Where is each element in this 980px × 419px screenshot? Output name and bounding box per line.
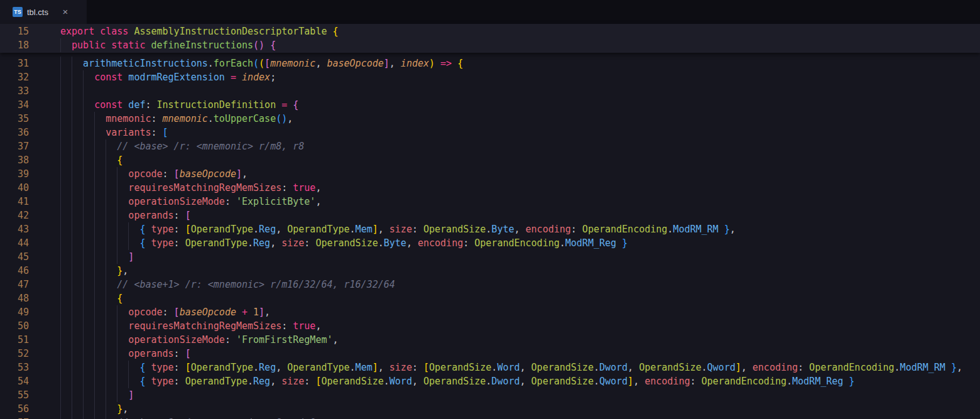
token-b1: )	[429, 58, 435, 69]
token-punc: .	[594, 362, 599, 373]
token-pln	[236, 72, 242, 83]
token-b3: (	[276, 113, 281, 124]
code-text: arithmeticInstructions.forEach(([mnemoni…	[60, 57, 463, 70]
code-line[interactable]: 15export class AssemblyInstructionDescri…	[0, 24, 980, 38]
token-pln	[231, 334, 236, 346]
token-prop: requiresMatchingRegMemSizes	[128, 320, 281, 332]
token-punc: :	[225, 334, 231, 346]
code-line[interactable]: 34const def: InstructionDefinition = {	[0, 98, 980, 112]
indent-guides	[60, 98, 94, 112]
token-punc: :	[151, 113, 156, 124]
close-tab-icon[interactable]: ×	[60, 6, 71, 18]
token-type: OperandType	[191, 224, 253, 235]
code-text: variants: [	[60, 126, 168, 139]
token-type: OperandSize	[315, 237, 378, 249]
line-number: 35	[0, 112, 29, 126]
code-text: public static defineInstructions() {	[60, 38, 276, 52]
code-text: opcode: [baseOpcode + 1],	[60, 305, 270, 319]
token-b3: }	[724, 224, 730, 235]
token-param: baseOpcode	[327, 58, 383, 69]
token-pln	[180, 362, 185, 373]
line-number: 44	[0, 236, 29, 250]
code-line[interactable]: 57// <base+2> /r: <mnemonic> r8, r/m8	[0, 416, 980, 419]
tab-tbl-cts[interactable]: TS tbl.cts ×	[0, 0, 87, 24]
token-pln	[276, 99, 281, 111]
sticky-scroll[interactable]: 15export class AssemblyInstructionDescri…	[0, 24, 980, 53]
token-prop: opcode	[128, 307, 162, 318]
token-punc: ,	[514, 224, 520, 235]
token-b2: ]	[128, 251, 134, 263]
token-punc: ,	[315, 196, 321, 207]
code-line[interactable]: 44{ type: OperandType.Reg, size: Operand…	[0, 236, 980, 250]
line-number: 41	[0, 195, 29, 209]
code-line[interactable]: 38{	[0, 153, 980, 167]
code-line[interactable]: 46},	[0, 264, 980, 278]
code-line[interactable]: 55]	[0, 388, 980, 402]
code-line[interactable]: 54{ type: OperandType.Reg, size: [Operan…	[0, 374, 980, 388]
code-text: { type: [OperandType.Reg, OperandType.Me…	[60, 222, 736, 236]
token-b3: [	[163, 127, 168, 138]
token-pln	[384, 224, 389, 235]
code-line[interactable]: 35mnemonic: mnemonic.toUpperCase(),	[0, 112, 980, 126]
token-prop: type	[151, 376, 173, 387]
token-param: baseOpcode	[180, 307, 236, 318]
token-pln	[452, 58, 457, 69]
code-line[interactable]: 52operands: [	[0, 347, 980, 361]
token-punc: ,	[378, 362, 384, 373]
token-punc: ,	[315, 320, 321, 332]
token-punc: :	[174, 362, 180, 373]
indent-guides	[60, 181, 128, 195]
token-punc: ,	[242, 168, 248, 180]
indent-guides	[60, 153, 117, 167]
token-pln	[180, 237, 185, 249]
token-param: index	[242, 72, 270, 83]
token-b2: [	[185, 210, 191, 221]
code-line[interactable]: 47// <base+1> /r: <mnemonic> r/m16/32/64…	[0, 278, 980, 291]
token-cmt: // <base+1> /r: <mnemonic> r/m16/32/64, …	[117, 279, 395, 290]
token-type: OperandEncoding	[582, 224, 667, 235]
line-number: 38	[0, 153, 29, 167]
token-prop: size	[281, 376, 304, 387]
code-line[interactable]: 41operationSizeMode: 'ExplicitByte',	[0, 195, 980, 209]
token-punc: :	[304, 237, 310, 249]
line-number: 31	[0, 57, 29, 70]
code-line[interactable]: 53{ type: [OperandType.Reg, OperandType.…	[0, 361, 980, 374]
token-type: OperandSize	[423, 376, 486, 387]
token-b1: }	[117, 403, 122, 415]
token-pln	[469, 237, 474, 249]
code-line[interactable]: 37// <base> /r: <mnemonic> r/m8, r8	[0, 139, 980, 153]
code-line[interactable]: 43{ type: [OperandType.Reg, OperandType.…	[0, 222, 980, 236]
code-line[interactable]: 56},	[0, 402, 980, 416]
code-line[interactable]: 45]	[0, 250, 980, 264]
code-line[interactable]: 33	[0, 84, 980, 98]
token-var: arithmeticInstructions	[83, 58, 208, 69]
code-line[interactable]: 49opcode: [baseOpcode + 1],	[0, 305, 980, 319]
token-prop: size	[389, 362, 412, 373]
token-pln	[225, 72, 231, 83]
code-line[interactable]: 51operationSizeMode: 'FromFirstRegMem',	[0, 333, 980, 347]
token-b2: [	[185, 348, 191, 359]
token-punc: :	[163, 168, 168, 180]
token-b2: [	[174, 168, 180, 180]
token-pln	[168, 168, 174, 180]
code-line[interactable]: 48{	[0, 291, 980, 305]
code-line[interactable]: 32const modrmRegExtension = index;	[0, 70, 980, 84]
token-prop: size	[389, 224, 412, 235]
token-b3: }	[951, 362, 957, 373]
code-line[interactable]: 36variants: [	[0, 126, 980, 139]
code-line[interactable]: 18public static defineInstructions() {	[0, 38, 980, 52]
token-pln	[236, 307, 242, 318]
line-number: 15	[0, 24, 29, 38]
token-punc: .	[248, 376, 253, 387]
code-line[interactable]: 40requiresMatchingRegMemSizes: true,	[0, 181, 980, 195]
code-area[interactable]: 31arithmeticInstructions.forEach(([mnemo…	[0, 53, 980, 419]
indent-guides	[60, 250, 128, 264]
code-line[interactable]: 31arithmeticInstructions.forEach(([mnemo…	[0, 57, 980, 70]
indent-guides	[60, 195, 128, 209]
code-line[interactable]: 50requiresMatchingRegMemSizes: true,	[0, 319, 980, 333]
code-line[interactable]: 42operands: [	[0, 209, 980, 222]
token-prop: encoding	[418, 237, 463, 249]
line-number: 55	[0, 388, 29, 402]
code-line[interactable]: 39opcode: [baseOpcode],	[0, 167, 980, 181]
token-mem: ModRM_RM	[900, 362, 945, 373]
